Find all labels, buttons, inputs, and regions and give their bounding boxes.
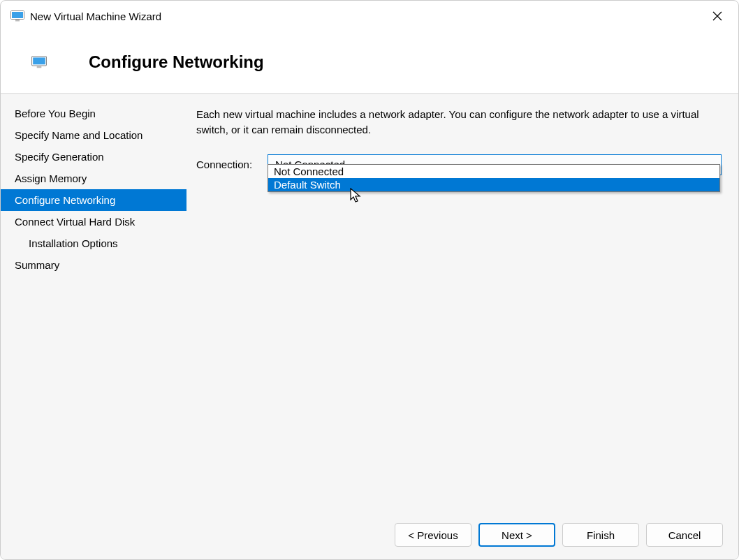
- dropdown-option[interactable]: Not Connected: [268, 165, 719, 178]
- sidebar-item[interactable]: Connect Virtual Hard Disk: [1, 211, 186, 233]
- svg-rect-4: [33, 57, 45, 64]
- wizard-sidebar: Before You BeginSpecify Name and Locatio…: [1, 94, 186, 513]
- previous-button[interactable]: < Previous: [395, 523, 471, 547]
- wizard-header: Configure Networking: [1, 31, 738, 94]
- svg-rect-2: [15, 20, 20, 22]
- sidebar-item[interactable]: Installation Options: [1, 233, 186, 254]
- sidebar-item[interactable]: Summary: [1, 254, 186, 276]
- body-area: Before You BeginSpecify Name and Locatio…: [1, 94, 738, 513]
- window-title: New Virtual Machine Wizard: [30, 10, 703, 22]
- page-title: Configure Networking: [89, 52, 264, 72]
- header-icon: [31, 56, 47, 68]
- svg-rect-5: [37, 66, 42, 68]
- sidebar-item[interactable]: Configure Networking: [1, 189, 186, 211]
- sidebar-item[interactable]: Before You Begin: [1, 103, 186, 124]
- wizard-window: New Virtual Machine Wizard Configure Net…: [0, 0, 739, 560]
- app-icon: [10, 10, 24, 22]
- finish-button[interactable]: Finish: [562, 523, 639, 547]
- sidebar-item[interactable]: Specify Name and Location: [1, 124, 186, 146]
- connection-dropdown-list: Not ConnectedDefault Switch: [268, 164, 720, 192]
- sidebar-item[interactable]: Assign Memory: [1, 168, 186, 189]
- titlebar: New Virtual Machine Wizard: [1, 1, 738, 31]
- svg-rect-1: [12, 12, 23, 18]
- close-button[interactable]: [703, 6, 731, 27]
- wizard-footer: < Previous Next > Finish Cancel: [1, 513, 738, 559]
- sidebar-item[interactable]: Specify Generation: [1, 146, 186, 168]
- next-button[interactable]: Next >: [478, 523, 555, 547]
- connection-label: Connection:: [196, 159, 268, 170]
- wizard-main: Each new virtual machine includes a netw…: [186, 94, 738, 513]
- description-text: Each new virtual machine includes a netw…: [196, 107, 722, 138]
- cancel-button[interactable]: Cancel: [646, 523, 723, 547]
- dropdown-option[interactable]: Default Switch: [268, 178, 719, 191]
